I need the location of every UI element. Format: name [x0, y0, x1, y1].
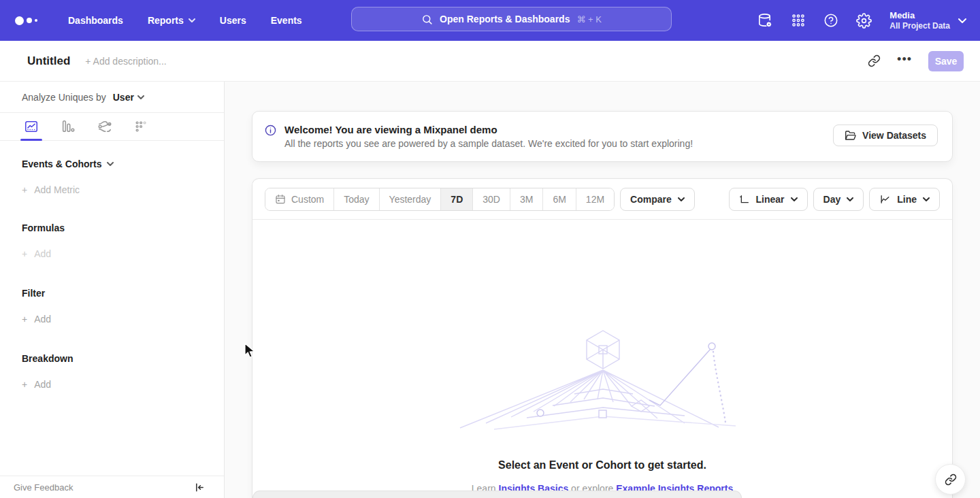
date-range-today[interactable]: Today — [334, 188, 379, 210]
filter-section-title: Filter — [22, 288, 224, 299]
folder-icon — [845, 131, 856, 141]
add-filter-button[interactable]: + Add — [22, 314, 224, 325]
plus-icon: + — [22, 314, 27, 325]
project-name: Media — [889, 10, 950, 21]
breakdown-section-title: Breakdown — [22, 353, 224, 364]
tab-flows[interactable] — [95, 113, 114, 141]
tab-retention[interactable] — [132, 113, 151, 141]
banner-title: Welcome! You are viewing a Mixpanel demo — [284, 124, 693, 135]
report-description-placeholder[interactable]: + Add description... — [85, 56, 166, 67]
plus-icon: + — [22, 184, 27, 195]
line-chart-icon — [879, 194, 891, 205]
retention-grid-icon — [134, 119, 149, 134]
analyze-label: Analyze Uniques by — [22, 92, 106, 103]
flows-icon — [97, 119, 112, 134]
funnels-bars-icon — [61, 119, 76, 134]
empty-state-title: Select an Event or Cohort to get started… — [252, 459, 952, 471]
chart-type-dropdown[interactable]: Line — [869, 188, 940, 211]
compare-dropdown[interactable]: Compare — [620, 188, 695, 211]
add-breakdown-button[interactable]: + Add — [22, 379, 224, 390]
add-formula-button[interactable]: + Add — [22, 248, 224, 259]
search-placeholder: Open Reports & Dashboards — [440, 14, 570, 24]
plus-icon: + — [22, 379, 27, 390]
more-options-icon[interactable]: ••• — [897, 56, 912, 67]
sidebar-footer: Give Feedback — [0, 476, 224, 498]
date-range-3m[interactable]: 3M — [510, 188, 543, 210]
calendar-icon — [275, 194, 286, 205]
date-range-30d[interactable]: 30D — [473, 188, 510, 210]
analyze-by-dropdown[interactable]: User — [113, 92, 144, 103]
copy-link-icon[interactable] — [868, 54, 881, 67]
report-chart-card: Custom Today Yesterday 7D 30D 3M 6M 12M … — [252, 178, 953, 498]
info-icon — [265, 124, 276, 136]
date-range-7d[interactable]: 7D — [441, 188, 473, 210]
data-management-icon[interactable] — [757, 13, 773, 29]
date-range-yesterday[interactable]: Yesterday — [380, 188, 442, 210]
plus-icon: + — [22, 248, 27, 259]
date-range-6m[interactable]: 6M — [543, 188, 576, 210]
nav-item-dashboards[interactable]: Dashboards — [68, 15, 123, 26]
tab-funnels[interactable] — [59, 113, 78, 141]
report-toolbar: Untitled + Add description... ••• Save — [0, 41, 980, 82]
mixpanel-logo-icon[interactable] — [15, 16, 46, 25]
search-shortcut: ⌘ + K — [576, 14, 602, 24]
chevron-down-icon — [791, 197, 798, 201]
chevron-down-icon — [678, 197, 685, 201]
add-metric-button[interactable]: + Add Metric — [22, 184, 224, 195]
date-range-segmented-control: Custom Today Yesterday 7D 30D 3M 6M 12M — [265, 188, 615, 211]
date-range-custom[interactable]: Custom — [265, 188, 334, 210]
chart-controls: Custom Today Yesterday 7D 30D 3M 6M 12M … — [252, 179, 952, 220]
chevron-down-icon — [137, 95, 144, 99]
chevron-down-icon — [923, 197, 930, 201]
nav-item-reports[interactable]: Reports — [148, 15, 195, 26]
empty-state-illustration — [453, 327, 739, 436]
chevron-down-icon — [847, 197, 853, 201]
chevron-down-icon — [189, 18, 195, 22]
link-icon — [945, 474, 957, 486]
report-type-tabs — [0, 113, 224, 141]
banner-subtitle: All the reports you see are powered by a… — [284, 138, 693, 149]
query-builder-sidebar: Analyze Uniques by User Events & Cohorts… — [0, 82, 225, 498]
analyze-row: Analyze Uniques by User — [0, 82, 224, 113]
nav-menu: Dashboards Reports Users Events — [68, 15, 302, 26]
interval-dropdown[interactable]: Day — [813, 188, 864, 211]
nav-item-events[interactable]: Events — [271, 15, 302, 26]
give-feedback-link[interactable]: Give Feedback — [14, 482, 73, 493]
bottom-table-sheet-edge[interactable] — [252, 491, 742, 498]
share-link-fab[interactable] — [935, 464, 966, 495]
save-button[interactable]: Save — [928, 51, 964, 71]
date-range-12m[interactable]: 12M — [576, 188, 614, 210]
view-datasets-button[interactable]: View Datasets — [833, 124, 938, 146]
search-icon — [421, 14, 433, 25]
nav-item-users[interactable]: Users — [220, 15, 246, 26]
report-title[interactable]: Untitled — [27, 54, 70, 68]
chevron-down-icon — [107, 162, 114, 166]
events-cohorts-section[interactable]: Events & Cohorts — [22, 159, 224, 169]
tab-insights[interactable] — [22, 113, 41, 141]
insights-chart-icon — [24, 119, 39, 134]
project-data-view: All Project Data — [889, 21, 950, 31]
settings-gear-icon[interactable] — [856, 13, 872, 29]
welcome-banner: Welcome! You are viewing a Mixpanel demo… — [252, 111, 953, 162]
global-search-input[interactable]: Open Reports & Dashboards ⌘ + K — [351, 7, 672, 31]
help-icon[interactable] — [823, 13, 838, 28]
nav-right-cluster: Media All Project Data — [757, 0, 966, 41]
collapse-sidebar-icon[interactable] — [195, 482, 205, 493]
linear-axes-icon — [739, 194, 750, 205]
chevron-down-icon — [958, 18, 966, 23]
top-nav: Dashboards Reports Users Events Open Rep… — [0, 0, 980, 41]
apps-grid-icon[interactable] — [791, 13, 806, 28]
empty-chart-area: Select an Event or Cohort to get started… — [252, 220, 952, 498]
formulas-section-title: Formulas — [22, 222, 224, 233]
project-switcher[interactable]: Media All Project Data — [889, 10, 966, 31]
scale-dropdown[interactable]: Linear — [729, 188, 808, 211]
